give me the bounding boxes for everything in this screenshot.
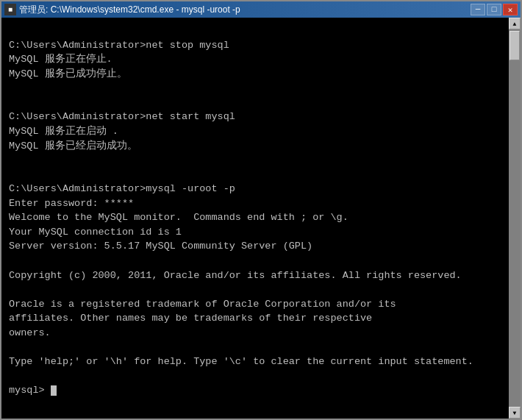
terminal-empty-line [9,24,503,38]
scrollbar-thumb[interactable] [510,31,520,60]
terminal-window: ■ 管理员: C:\Windows\system32\cmd.exe - mys… [0,0,522,420]
terminal-empty-line [9,369,503,384]
terminal-line: Enter password: ***** [9,196,503,211]
minimize-button[interactable]: ─ [471,4,485,15]
scrollbar-track[interactable] [509,29,521,407]
terminal-line: C:\Users\Administrator>net stop mysql [9,38,503,53]
terminal-empty-line [9,282,503,297]
terminal-empty-line [9,153,503,168]
terminal-body: C:\Users\Administrator>net stop mysqlMyS… [1,18,521,419]
scroll-up-arrow[interactable]: ▲ [509,18,521,29]
terminal-line: C:\Users\Administrator>net start mysql [9,110,503,124]
scroll-down-arrow[interactable]: ▼ [509,407,521,419]
cursor [51,385,57,396]
terminal-line: Copyright (c) 2000, 2011, Oracle and/or … [9,268,503,283]
terminal-line: Oracle is a registered trademark of Orac… [9,297,503,312]
terminal-empty-line [9,81,503,96]
terminal-empty-line [9,254,503,268]
terminal-line: MySQL 服务正在停止. [9,52,503,67]
terminal-line: affiliates. Other names may be trademark… [9,311,503,326]
terminal-line: MySQL 服务已成功停止。 [9,67,503,82]
terminal-line: mysql> [9,383,503,398]
window-title: 管理员: C:\Windows\system32\cmd.exe - mysql… [19,4,240,16]
title-bar-left: ■ 管理员: C:\Windows\system32\cmd.exe - mys… [4,4,240,16]
terminal-line: Server version: 5.5.17 MySQL Community S… [9,239,503,254]
maximize-button[interactable]: □ [487,4,501,15]
window-controls: ─ □ ✕ [471,4,518,15]
terminal-line: owners. [9,326,503,341]
scrollbar[interactable]: ▲ ▼ [509,18,521,419]
terminal-empty-line [9,168,503,182]
terminal-output[interactable]: C:\Users\Administrator>net stop mysqlMyS… [1,18,509,419]
terminal-empty-line [9,340,503,355]
window-icon: ■ [4,4,16,15]
title-bar: ■ 管理员: C:\Windows\system32\cmd.exe - mys… [1,1,521,18]
close-button[interactable]: ✕ [503,4,518,15]
terminal-empty-line [9,96,503,110]
terminal-line: C:\Users\Administrator>mysql -uroot -p [9,182,503,196]
terminal-line: Your MySQL connection id is 1 [9,225,503,240]
terminal-line: MySQL 服务正在启动 . [9,124,503,139]
terminal-line: Welcome to the MySQL monitor. Commands e… [9,210,503,225]
terminal-line: MySQL 服务已经启动成功。 [9,139,503,154]
terminal-line: Type 'help;' or '\h' for help. Type '\c'… [9,355,503,369]
